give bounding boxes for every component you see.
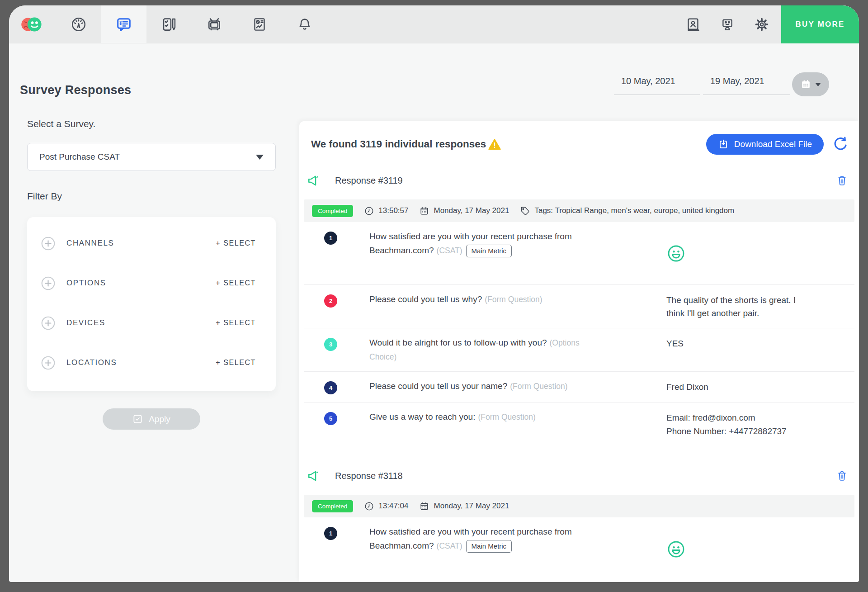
responses-panel: We found 3119 individual responses Downl… — [299, 121, 859, 582]
nav-surveys[interactable] — [146, 5, 192, 43]
megaphone-icon — [307, 174, 321, 188]
faces-logo-icon — [20, 15, 43, 34]
question-type-annotation: (CSAT) — [437, 541, 462, 550]
refresh-button[interactable] — [832, 136, 849, 153]
response-section: Response #3119 Completed 13:50:57 — [299, 174, 859, 445]
survey-dropdown[interactable]: Post Purchase CSAT — [27, 143, 276, 171]
delete-response-button[interactable] — [836, 470, 848, 482]
results-count-text: We found 3119 individual responses — [311, 138, 486, 150]
answer-cell — [666, 229, 854, 277]
kiosk-monitor-icon — [720, 17, 735, 32]
megaphone-icon — [307, 469, 321, 483]
filter-select-action[interactable]: + SELECT — [216, 279, 256, 287]
survey-dropdown-value: Post Purchase CSAT — [39, 152, 120, 162]
response-tags: Tags: Tropical Range, men's wear, europe… — [520, 206, 734, 216]
question-type-annotation: (Form Question) — [478, 412, 535, 422]
response-section: Response #3118 Completed 13:47:04 — [299, 469, 859, 582]
settings-button[interactable] — [754, 16, 769, 33]
question-text: Would it be alright for us to follow-up … — [369, 335, 595, 364]
app-logo[interactable] — [20, 5, 43, 43]
apply-label: Apply — [149, 414, 170, 424]
question-type-annotation: (Form Question) — [485, 295, 542, 304]
nav-tv-channels[interactable] — [192, 5, 237, 43]
filter-by-heading: Filter By — [27, 191, 276, 202]
date-to-field[interactable]: 19 May, 2021 — [703, 71, 790, 95]
download-label: Download Excel File — [734, 139, 812, 149]
top-navigation-bar: BUY MORE — [9, 5, 859, 43]
question-number-badge: 1 — [324, 232, 337, 245]
results-header: We found 3119 individual responses Downl… — [299, 121, 859, 155]
page-title: Survey Responses — [20, 83, 131, 97]
bell-icon — [297, 16, 313, 33]
answer-text: Email: fred@dixon.com Phone Number: +447… — [666, 409, 854, 438]
nav-notifications[interactable] — [282, 5, 327, 43]
date-range-picker-button[interactable] — [792, 72, 829, 96]
question-row: 1 How satisfied are you with your recent… — [304, 517, 854, 580]
question-text: Please could you tell us why?(Form Quest… — [369, 292, 595, 320]
question-row: 4 Please could you tell us your name?(Fo… — [304, 371, 854, 402]
buy-more-button[interactable]: BUY MORE — [781, 5, 859, 43]
nav-reports[interactable] — [237, 5, 282, 43]
gear-icon — [754, 16, 769, 33]
answer-text: The quality of the shorts is great. I th… — [666, 292, 854, 320]
plus-circle-icon — [41, 276, 56, 291]
time-value: 13:47:04 — [378, 502, 408, 511]
date-value: Monday, 17 May 2021 — [434, 206, 509, 215]
download-excel-button[interactable]: Download Excel File — [706, 134, 824, 155]
tag-icon — [520, 206, 530, 216]
desktop-background: BUY MORE Survey Responses 10 May, 2021 1… — [0, 0, 868, 592]
date-from-field[interactable]: 10 May, 2021 — [614, 71, 700, 95]
report-document-icon — [251, 16, 268, 33]
plus-circle-icon — [41, 316, 56, 331]
filter-label: OPTIONS — [66, 279, 216, 288]
calendar-icon — [419, 206, 429, 216]
kiosk-button[interactable] — [720, 17, 735, 32]
trash-icon — [836, 470, 848, 482]
filter-row-options[interactable]: OPTIONS + SELECT — [41, 263, 256, 303]
response-title: Response #3118 — [335, 471, 403, 481]
filter-row-locations[interactable]: LOCATIONS + SELECT — [41, 343, 256, 383]
gauge-icon — [71, 16, 87, 33]
answer-cell — [666, 524, 854, 572]
clock-icon — [364, 206, 374, 216]
response-rows: 1 How satisfied are you with your recent… — [304, 517, 854, 582]
nav-responses-tab[interactable] — [101, 5, 146, 43]
nav-dashboard-gauge[interactable] — [56, 5, 101, 43]
response-header: Response #3118 — [307, 469, 848, 483]
filter-label: DEVICES — [66, 318, 216, 327]
filter-panel: CHANNELS + SELECT OPTIONS + SELECT DEVIC… — [27, 217, 276, 391]
date-value: Monday, 17 May 2021 — [434, 502, 509, 511]
apply-filters-button[interactable]: Apply — [103, 408, 200, 430]
calendar-icon — [800, 79, 811, 90]
plus-circle-icon — [41, 355, 56, 370]
filter-select-action[interactable]: + SELECT — [216, 319, 256, 327]
response-date: Monday, 17 May 2021 — [419, 501, 509, 511]
response-rows: 1 How satisfied are you with your recent… — [304, 222, 854, 445]
answer-text: YES — [666, 335, 854, 364]
filter-select-action[interactable]: + SELECT — [216, 239, 256, 247]
chevron-down-icon — [256, 155, 264, 160]
results-headline: We found 3119 individual responses — [311, 138, 501, 150]
delete-response-button[interactable] — [836, 175, 848, 187]
filter-label: CHANNELS — [66, 239, 216, 248]
tv-icon — [206, 16, 222, 33]
contacts-button[interactable] — [685, 17, 701, 32]
calendar-icon — [419, 501, 429, 511]
chat-list-icon — [115, 16, 132, 33]
plus-circle-icon — [41, 236, 56, 251]
filter-label: LOCATIONS — [66, 358, 216, 367]
filter-select-action[interactable]: + SELECT — [216, 359, 256, 367]
question-text: How satisfied are you with your recent p… — [369, 229, 595, 277]
happy-smiley-icon — [666, 244, 686, 263]
chevron-down-icon — [815, 83, 821, 86]
survey-checklist-pen-icon — [161, 16, 177, 33]
question-number-badge: 4 — [324, 381, 337, 394]
filter-row-devices[interactable]: DEVICES + SELECT — [41, 303, 256, 343]
time-value: 13:50:57 — [378, 206, 408, 215]
question-text: Please could you tell us your name?(Form… — [369, 379, 595, 394]
tags-value: Tags: Tropical Range, men's wear, europe… — [534, 206, 734, 215]
checkbox-icon — [132, 414, 143, 424]
filter-row-channels[interactable]: CHANNELS + SELECT — [41, 223, 256, 263]
response-header: Response #3119 — [307, 174, 848, 188]
status-badge: Completed — [312, 500, 353, 512]
